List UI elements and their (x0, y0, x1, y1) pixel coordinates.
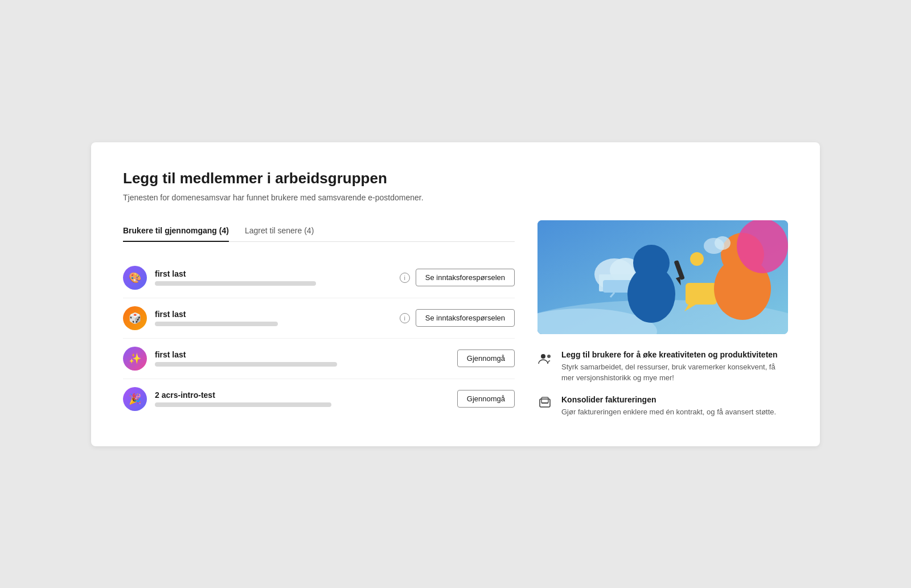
info-icon[interactable]: i (400, 313, 410, 323)
user-list: 🎨 first last i Se inntaksforespørselen 🎲… (123, 258, 515, 419)
user-bar (155, 322, 278, 326)
illustration (537, 220, 788, 334)
right-panel: Legg til brukere for å øke kreativiteten… (537, 220, 788, 418)
feature-desc: Gjør faktureringen enklere med én kontra… (561, 406, 776, 418)
feature-item: Konsolider faktureringen Gjør fakturerin… (537, 395, 788, 418)
user-row: 🎉 2 acrs-intro-test Gjennomgå (123, 379, 515, 419)
svg-point-20 (541, 354, 545, 359)
users-icon (537, 351, 553, 367)
feature-item: Legg til brukere for å øke kreativiteten… (537, 350, 788, 384)
main-layout: Brukere til gjennomgang (4) Lagret til s… (123, 220, 788, 419)
feature-text: Konsolider faktureringen Gjør fakturerin… (561, 395, 776, 418)
tabs-container: Brukere til gjennomgang (4) Lagret til s… (123, 220, 515, 242)
intake-button[interactable]: Se inntaksforespørselen (416, 309, 515, 327)
svg-point-16 (737, 220, 788, 273)
user-row-actions: Gjennomgå (457, 390, 515, 408)
avatar-icon: ✨ (123, 347, 147, 371)
user-bar (155, 281, 316, 286)
avatar: ✨ (123, 347, 147, 371)
feature-title: Konsolider faktureringen (561, 395, 776, 404)
user-row-actions: i Se inntaksforespørselen (400, 269, 515, 286)
svg-point-21 (547, 355, 551, 358)
tab-saved[interactable]: Lagret til senere (4) (245, 220, 314, 242)
page-subtitle: Tjenesten for domenesamsvar har funnet b… (123, 193, 788, 202)
user-info: 2 acrs-intro-test (155, 390, 449, 407)
avatar: 🎨 (123, 266, 147, 290)
user-row: ✨ first last Gjennomgå (123, 339, 515, 379)
feature-title: Legg til brukere for å øke kreativiteten… (561, 350, 788, 359)
page-title: Legg til medlemmer i arbeidsgruppen (123, 170, 788, 187)
intake-button[interactable]: Se inntaksforespørselen (416, 269, 515, 286)
feature-desc: Styrk samarbeidet, del ressurser, bruk v… (561, 361, 788, 384)
avatar-icon: 🎨 (123, 266, 147, 290)
svg-rect-23 (541, 397, 548, 403)
svg-point-17 (690, 252, 704, 266)
avatar: 🎉 (123, 387, 147, 411)
svg-point-19 (715, 236, 731, 250)
user-name: 2 acrs-intro-test (155, 390, 449, 400)
user-name: first last (155, 269, 392, 278)
avatar: 🎲 (123, 306, 147, 330)
user-name: first last (155, 310, 392, 319)
left-panel: Brukere til gjennomgang (4) Lagret til s… (123, 220, 515, 419)
user-row: 🎨 first last i Se inntaksforespørselen (123, 258, 515, 298)
user-bar (155, 402, 331, 407)
info-icon[interactable]: i (400, 273, 410, 283)
review-button[interactable]: Gjennomgå (457, 349, 515, 367)
user-row-actions: i Se inntaksforespørselen (400, 309, 515, 327)
user-info: first last (155, 269, 392, 286)
user-row-actions: Gjennomgå (457, 349, 515, 367)
review-button[interactable]: Gjennomgå (457, 390, 515, 408)
main-card: Legg til medlemmer i arbeidsgruppen Tjen… (91, 142, 820, 446)
user-info: first last (155, 310, 392, 326)
svg-point-9 (627, 266, 675, 323)
billing-icon (537, 396, 553, 412)
user-bar (155, 362, 337, 367)
avatar-icon: 🎉 (123, 387, 147, 411)
user-info: first last (155, 350, 449, 367)
user-row: 🎲 first last i Se inntaksforespørselen (123, 298, 515, 339)
feature-list: Legg til brukere for å øke kreativiteten… (537, 350, 788, 418)
tab-review[interactable]: Brukere til gjennomgang (4) (123, 220, 229, 242)
user-name: first last (155, 350, 449, 359)
feature-text: Legg til brukere for å øke kreativiteten… (561, 350, 788, 384)
avatar-icon: 🎲 (123, 306, 147, 330)
svg-rect-12 (686, 283, 717, 305)
